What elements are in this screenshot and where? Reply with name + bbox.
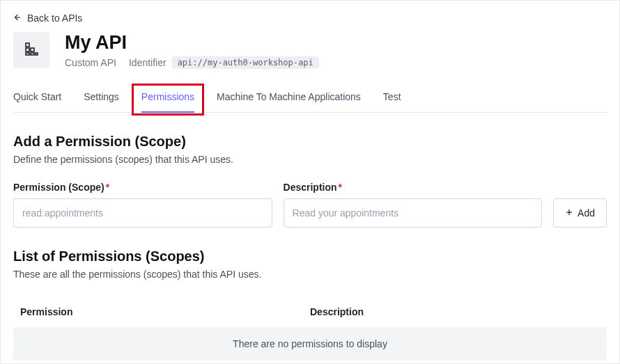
col-description: Description xyxy=(310,306,600,317)
svg-rect-3 xyxy=(31,48,34,52)
table-header: Permission Description xyxy=(13,299,607,324)
svg-rect-5 xyxy=(31,53,34,55)
svg-rect-6 xyxy=(36,53,38,55)
col-permission: Permission xyxy=(20,306,310,317)
svg-rect-4 xyxy=(26,53,29,55)
tab-quick-start[interactable]: Quick Start xyxy=(13,91,61,112)
back-to-apis-link[interactable]: Back to APIs xyxy=(13,13,82,24)
identifier-value: api://my-auth0-workshop-api xyxy=(172,56,319,69)
list-permissions-desc: These are all the permissions (scopes) t… xyxy=(13,269,607,280)
add-button[interactable]: Add xyxy=(553,198,607,228)
tab-m2m[interactable]: Machine To Machine Applications xyxy=(217,91,361,112)
identifier-label: Identifier xyxy=(129,57,166,68)
description-label: Description* xyxy=(284,182,543,193)
tab-permissions[interactable]: Permissions xyxy=(141,91,194,112)
list-permissions-title: List of Permissions (Scopes) xyxy=(13,248,607,264)
api-icon xyxy=(23,40,40,60)
highlight-box xyxy=(132,84,204,116)
description-input[interactable] xyxy=(284,198,543,228)
scope-label: Permission (Scope)* xyxy=(13,182,272,193)
tab-settings[interactable]: Settings xyxy=(84,91,119,112)
empty-state: There are no permissions to display xyxy=(13,327,607,361)
api-icon-tile xyxy=(13,32,49,68)
back-label: Back to APIs xyxy=(27,13,82,24)
svg-rect-2 xyxy=(26,48,29,52)
add-permission-desc: Define the permissions (scopes) that thi… xyxy=(13,154,607,165)
tab-test[interactable]: Test xyxy=(383,91,401,112)
page-title: My API xyxy=(65,32,319,54)
add-permission-title: Add a Permission (Scope) xyxy=(13,134,607,150)
tab-bar: Quick Start Settings Permissions Machine… xyxy=(13,91,607,113)
scope-input[interactable] xyxy=(13,198,272,228)
svg-rect-1 xyxy=(26,43,29,47)
arrow-left-icon xyxy=(13,13,22,24)
plus-icon xyxy=(565,207,573,219)
api-subtitle: Custom API xyxy=(65,57,116,68)
